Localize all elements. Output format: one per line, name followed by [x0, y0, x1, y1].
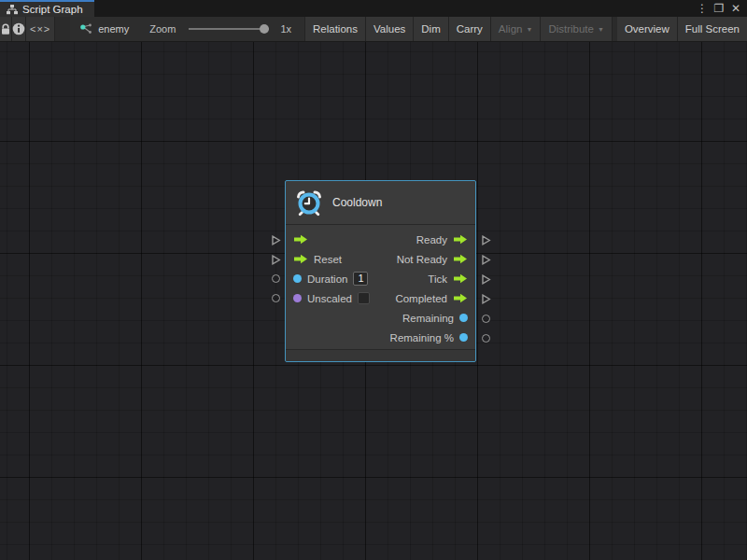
toolbar-buttons: Relations Values Dim Carry Align ▼ Distr… [305, 17, 747, 41]
zoom-slider[interactable] [189, 24, 269, 34]
chevron-down-icon: ▼ [598, 26, 604, 33]
carry-button[interactable]: Carry [449, 17, 491, 41]
port-label: Tick [428, 273, 447, 285]
values-button[interactable]: Values [366, 17, 414, 41]
unscaled-checkbox[interactable] [358, 292, 370, 304]
float-output-port[interactable] [459, 314, 468, 322]
cooldown-node-header[interactable]: Cooldown [286, 181, 475, 225]
flow-output-port[interactable] [453, 254, 468, 264]
graph-hierarchy-icon [7, 5, 18, 15]
bool-input-port[interactable] [293, 294, 302, 302]
lock-icon [0, 23, 11, 35]
code-preview-button[interactable]: <×> [26, 17, 55, 41]
info-icon [12, 22, 25, 35]
port-label: Ready [416, 234, 447, 245]
port-label: Remaining % [390, 332, 454, 343]
port-row: Remaining [286, 308, 475, 328]
node-footer [286, 349, 475, 361]
float-input-port[interactable] [293, 274, 302, 283]
flow-output-port[interactable] [453, 293, 468, 303]
flow-output-port[interactable] [453, 234, 468, 245]
port-row: Unscaled Completed [286, 288, 475, 308]
float-output-port[interactable] [459, 333, 468, 342]
port-label: Duration [307, 273, 347, 285]
flow-output-port[interactable] [453, 273, 468, 284]
cooldown-node[interactable]: Cooldown Ready [285, 180, 476, 362]
external-value-port[interactable] [482, 315, 490, 323]
breadcrumb: enemy Zoom 1x [70, 17, 305, 41]
node-title: Cooldown [332, 196, 382, 209]
zoom-slider-handle[interactable] [260, 24, 269, 34]
align-button: Align ▼ [491, 17, 542, 41]
script-graph-window: Script Graph ⋮ ❐ ✕ [0, 0, 747, 560]
relations-button[interactable]: Relations [305, 17, 366, 41]
info-button[interactable] [12, 17, 26, 41]
port-row: Duration 1 Tick [286, 269, 475, 288]
port-label: Not Ready [397, 254, 447, 265]
alarm-clock-icon [295, 189, 323, 217]
external-flow-port[interactable] [481, 255, 491, 267]
tab-label: Script Graph [22, 4, 83, 15]
full-screen-button[interactable]: Full Screen [678, 17, 747, 41]
flow-input-port[interactable] [293, 254, 308, 264]
port-label: Reset [314, 254, 342, 265]
zoom-slider-track [189, 28, 269, 30]
external-value-port[interactable] [272, 274, 280, 283]
external-value-port[interactable] [482, 334, 490, 343]
port-label: Unscaled [307, 293, 352, 304]
maximize-icon[interactable]: ❐ [712, 2, 726, 15]
port-row: Reset Not Ready [286, 249, 475, 269]
code-icon: <×> [30, 23, 50, 35]
node-body: Ready Reset Not Ready [286, 225, 475, 349]
menu-icon[interactable]: ⋮ [696, 2, 709, 15]
zoom-value: 1x [280, 23, 291, 35]
window-controls: ⋮ ❐ ✕ [696, 0, 747, 17]
port-label: Remaining [402, 313, 454, 324]
dim-button[interactable]: Dim [414, 17, 448, 41]
tab-bar: Script Graph ⋮ ❐ ✕ [0, 0, 747, 17]
zoom-label: Zoom [149, 23, 176, 35]
flow-input-port[interactable] [293, 234, 308, 245]
external-flow-port[interactable] [481, 274, 491, 287]
graph-canvas[interactable]: Cooldown Ready [0, 42, 747, 560]
lock-button[interactable] [0, 17, 12, 41]
distribute-button: Distribute ▼ [541, 17, 613, 41]
breadcrumb-graph-name[interactable]: enemy [98, 23, 129, 35]
external-flow-port[interactable] [271, 235, 281, 247]
external-flow-port[interactable] [271, 255, 281, 267]
graph-toolbar: <×> enemy Zoom 1x Relatio [0, 17, 747, 42]
port-row: Remaining % [286, 328, 475, 347]
chevron-down-icon: ▼ [526, 26, 532, 33]
external-flow-port[interactable] [481, 235, 491, 247]
external-flow-port[interactable] [481, 294, 491, 306]
tab-script-graph[interactable]: Script Graph [0, 0, 94, 17]
graph-node-icon [79, 23, 92, 35]
duration-value-field[interactable]: 1 [353, 272, 368, 286]
port-row: Ready [286, 230, 475, 249]
overview-button[interactable]: Overview [617, 17, 678, 41]
external-value-port[interactable] [272, 294, 280, 302]
close-icon[interactable]: ✕ [729, 2, 742, 15]
port-label: Completed [395, 293, 447, 304]
